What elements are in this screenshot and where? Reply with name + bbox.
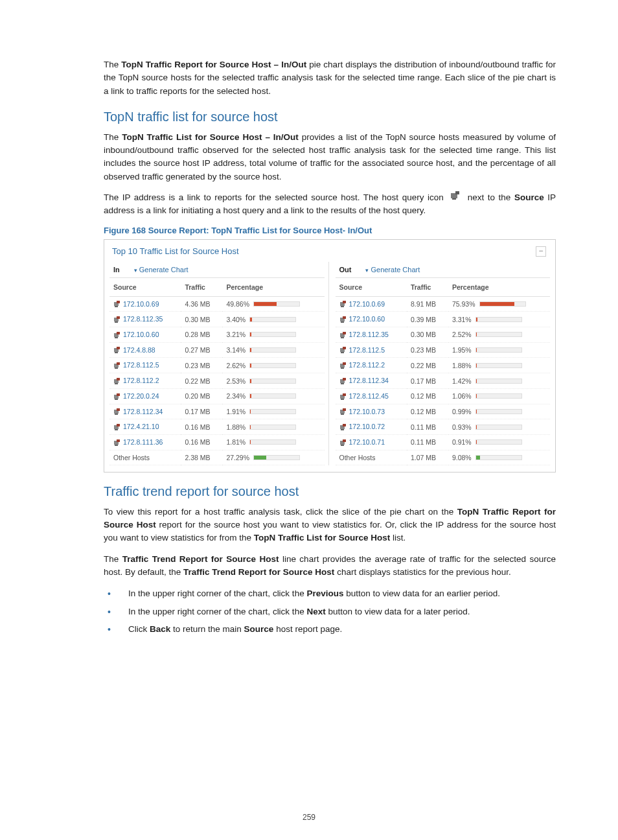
- svg-rect-38: [341, 321, 344, 323]
- host-icon[interactable]: [113, 424, 120, 431]
- host-icon[interactable]: [113, 332, 120, 339]
- ip-link[interactable]: 172.10.0.71: [349, 438, 385, 446]
- col-percentage: Percentage: [448, 278, 550, 297]
- out-table: Source Traffic Percentage 172.10.0.69 8.…: [336, 278, 551, 465]
- svg-rect-29: [115, 429, 118, 430]
- traffic-cell: 0.17 MB: [407, 373, 448, 389]
- source-cell: 172.8.112.34: [109, 404, 181, 419]
- host-icon[interactable]: [339, 332, 347, 339]
- percentage-bar: [249, 332, 296, 337]
- svg-rect-34: [343, 301, 346, 303]
- host-icon[interactable]: [339, 439, 347, 447]
- table-row: 172.8.112.45 0.12 MB 1.06%: [336, 388, 551, 404]
- ip-link[interactable]: 172.10.0.60: [349, 315, 385, 323]
- in-header-row: In Generate Chart: [109, 262, 325, 278]
- source-cell: 172.8.112.2: [109, 373, 181, 389]
- ip-link[interactable]: 172.10.0.72: [349, 423, 385, 430]
- section-heading-topn-list: TopN traffic list for source host: [104, 110, 556, 124]
- ip-link[interactable]: 172.8.112.5: [349, 346, 385, 354]
- ip-link[interactable]: 172.8.112.2: [123, 377, 159, 384]
- svg-rect-19: [117, 378, 120, 380]
- host-icon[interactable]: [339, 393, 347, 401]
- percentage-cell: 3.14%: [222, 342, 324, 358]
- text: The: [104, 554, 122, 564]
- traffic-cell: 0.30 MB: [181, 312, 222, 327]
- ip-link[interactable]: 172.8.111.36: [123, 438, 163, 446]
- host-icon[interactable]: [113, 301, 120, 308]
- ip-link[interactable]: 172.4.21.10: [123, 423, 159, 430]
- host-icon[interactable]: [113, 393, 120, 401]
- svg-rect-1: [455, 191, 459, 194]
- bullet-previous: In the upper right corner of the chart, …: [104, 587, 556, 601]
- percentage-bar: [475, 425, 522, 430]
- col-traffic: Traffic: [181, 278, 222, 297]
- ip-link[interactable]: 172.10.0.69: [349, 300, 385, 308]
- traffic-cell: 0.11 MB: [407, 435, 448, 450]
- host-icon[interactable]: [113, 362, 120, 369]
- ip-link[interactable]: 172.10.0.73: [349, 408, 385, 415]
- host-icon[interactable]: [339, 347, 347, 354]
- host-icon[interactable]: [339, 316, 347, 323]
- host-icon[interactable]: [113, 378, 120, 385]
- percentage-cell: 1.81%: [222, 435, 324, 450]
- traffic-cell: 0.22 MB: [181, 373, 222, 389]
- col-traffic: Traffic: [407, 278, 448, 297]
- collapse-button[interactable]: −: [536, 246, 546, 257]
- percentage-cell: 2.34%: [222, 388, 324, 404]
- ip-link[interactable]: 172.8.112.45: [349, 392, 389, 400]
- ip-link[interactable]: 172.8.112.34: [349, 377, 389, 384]
- host-icon[interactable]: [113, 316, 120, 323]
- source-cell: 172.8.112.5: [109, 358, 181, 373]
- percentage-bar: [475, 409, 522, 414]
- percentage-text: 9.08%: [452, 454, 472, 461]
- source-cell: Other Hosts: [336, 450, 407, 465]
- traffic-cell: 0.22 MB: [407, 358, 448, 373]
- text: chart displays statistics for the previo…: [334, 567, 510, 577]
- table-row: 172.4.21.10 0.16 MB 1.88%: [109, 419, 325, 435]
- source-cell: Other Hosts: [109, 450, 181, 465]
- ip-link[interactable]: 172.8.112.35: [349, 331, 389, 338]
- ip-link[interactable]: 172.8.112.35: [123, 315, 163, 323]
- ip-link[interactable]: 172.10.0.69: [123, 300, 159, 308]
- svg-rect-14: [115, 352, 118, 353]
- svg-rect-22: [117, 393, 120, 396]
- percentage-cell: 1.88%: [448, 358, 550, 373]
- ip-link[interactable]: 172.4.8.88: [123, 346, 155, 354]
- percentage-bar: [249, 409, 296, 414]
- percentage-cell: 1.06%: [448, 388, 550, 404]
- percentage-text: 75.93%: [452, 300, 475, 308]
- svg-rect-31: [117, 439, 120, 442]
- table-row: 172.8.112.5 0.23 MB 1.95%: [336, 342, 551, 358]
- text: In the upper right corner of the chart, …: [128, 607, 306, 616]
- host-icon[interactable]: [339, 408, 347, 415]
- host-icon[interactable]: [339, 378, 347, 385]
- svg-rect-49: [343, 378, 346, 380]
- ip-link[interactable]: 172.8.112.34: [123, 408, 163, 415]
- strong-text: Previous: [306, 589, 343, 598]
- percentage-cell: 9.08%: [448, 450, 550, 465]
- ip-link[interactable]: 172.8.112.5: [123, 361, 159, 369]
- ip-link[interactable]: 172.10.0.60: [123, 331, 159, 338]
- source-cell: 172.8.112.35: [109, 312, 181, 327]
- percentage-bar: [253, 301, 300, 307]
- generate-chart-dropdown[interactable]: Generate Chart: [365, 266, 420, 274]
- percentage-bar: [253, 455, 300, 460]
- host-icon[interactable]: [339, 424, 347, 431]
- host-icon[interactable]: [339, 362, 347, 369]
- svg-rect-44: [341, 352, 344, 353]
- svg-rect-40: [343, 332, 346, 334]
- percentage-cell: 3.31%: [448, 312, 550, 327]
- percentage-bar: [249, 393, 296, 399]
- ip-link[interactable]: 172.20.0.24: [123, 392, 159, 400]
- percentage-bar: [479, 301, 526, 307]
- host-icon[interactable]: [339, 301, 347, 308]
- traffic-cell: 0.28 MB: [181, 327, 222, 343]
- col-percentage: Percentage: [222, 278, 324, 297]
- host-icon[interactable]: [113, 347, 120, 354]
- ip-link[interactable]: 172.8.112.2: [349, 361, 385, 369]
- generate-chart-dropdown[interactable]: Generate Chart: [134, 266, 189, 274]
- traffic-cell: 0.23 MB: [407, 342, 448, 358]
- source-cell: 172.20.0.24: [109, 388, 181, 404]
- host-icon[interactable]: [113, 439, 120, 447]
- host-icon[interactable]: [113, 408, 120, 415]
